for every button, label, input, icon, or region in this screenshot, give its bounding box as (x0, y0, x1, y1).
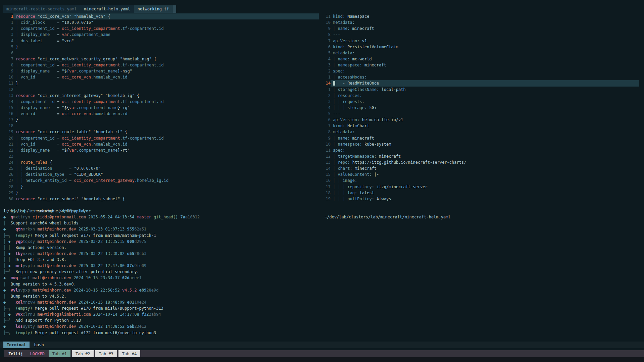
terminal-line: │ Bump version to v4.5.2. (3, 293, 641, 299)
code-line[interactable]: 9│ name: minecraft (321, 135, 639, 141)
code-line[interactable]: 11spec: (321, 147, 639, 153)
code-line[interactable]: 13resource "oci_core_internet_gateway" "… (3, 93, 319, 99)
code-line[interactable]: 14 │ - ReadWriteOnce (321, 80, 639, 86)
code-line[interactable]: 26│ │ destination_type = "CIDR_BLOCK" (3, 171, 319, 177)
code-line[interactable]: 12 (3, 87, 319, 93)
terminal-line: │ Bump version to 4.5.3.dev0. (3, 281, 641, 287)
code-line[interactable]: 2│ resources: (321, 93, 639, 99)
code-line[interactable]: 28│ } (3, 184, 319, 190)
code-line[interactable]: 8│ compartment_id = oci_identity_compart… (3, 62, 319, 68)
code-line[interactable]: 25│ │ destination = "0.0.0.0/0" (3, 165, 319, 171)
code-line[interactable]: 19│ │ │ pullPolicy: Always (321, 196, 639, 202)
zellij-tab-1[interactable]: Tab #1 (49, 350, 70, 357)
code-line[interactable]: 30resource "oci_core_subnet" "homelab_su… (3, 196, 319, 202)
code-text: metadata: (331, 19, 639, 25)
code-line[interactable]: 5} (3, 44, 319, 50)
code-line[interactable]: 9│ display_name = "${var.compartment_nam… (3, 68, 319, 74)
zellij-tab-4[interactable]: Tab #4 (118, 350, 140, 357)
code-line[interactable]: 29} (3, 190, 319, 196)
code-line[interactable]: 4│ name: mc-world (321, 56, 639, 62)
code-line[interactable]: 3│ display_name = var.compartment_name (3, 32, 319, 38)
code-line[interactable]: 1│ storageClassName: local-path (321, 87, 639, 93)
code-text: spec: (331, 68, 639, 74)
code-text: │ vcn_id = oci_core_vcn.homelab_vcn.id (13, 111, 319, 117)
code-line[interactable]: 24│ route_rules { (3, 159, 319, 165)
code-line[interactable]: 16│ │ image: (321, 177, 639, 184)
code-line[interactable]: 27│ │ network_entity_id = oci_core_inter… (3, 177, 319, 184)
code-line[interactable]: 6kind: PersistentVolumeClaim (321, 44, 639, 50)
buffer-tab-minecraft-helm[interactable]: minecraft-helm.yaml (81, 5, 134, 13)
code-line[interactable]: 7apiVersion: v1 (321, 38, 639, 44)
terminal-tab-chip[interactable]: Terminal (3, 342, 30, 348)
code-line[interactable]: 3│ │ requests: (321, 99, 639, 105)
terminal-line: ├─╯ Begin new primary device after poten… (3, 269, 641, 275)
code-line[interactable]: 5metadata: (321, 50, 639, 56)
zellij-status-bar: Zellij LOCKED Tab #1 Tab #2 Tab #3 Tab #… (4, 350, 644, 357)
line-number: 14 (321, 165, 331, 171)
editor-pane-minecraft-helm-yaml[interactable]: 11kind: Namespace10metadata:9│ name: min… (321, 13, 639, 202)
terminal-text: ├─╯ Begin new primary device after poten… (3, 269, 641, 275)
code-line[interactable]: 14│ compartment_id = oci_identity_compar… (3, 99, 319, 105)
code-line[interactable]: 17} (3, 117, 319, 123)
terminal-prompt-row[interactable]: log file: (3, 335, 35, 342)
code-text (13, 50, 319, 56)
code-text: metadata: (331, 50, 639, 56)
code-line[interactable]: 11} (3, 80, 319, 86)
code-line[interactable]: 9│ name: minecraft (321, 25, 639, 32)
line-number: 17 (321, 184, 331, 190)
code-line[interactable]: 2spec: (321, 68, 639, 74)
code-line[interactable]: 10│ namespace: kube-system (321, 141, 639, 147)
code-line[interactable]: 10metadata: (321, 19, 639, 25)
zellij-tab-2[interactable]: Tab #2 (72, 350, 94, 357)
shell-label[interactable]: bash (34, 343, 44, 347)
terminal-line: │ ◆ yqptqxsy matt@einhorn.dev 2025-03-22… (3, 239, 641, 245)
code-line[interactable]: 14│ chart: minecraft (321, 165, 639, 171)
line-number: 11 (3, 80, 13, 86)
editor-pane-networking-tf[interactable]: 1resource "oci_core_vcn" "homelab_vcn" {… (3, 13, 319, 202)
code-line[interactable]: 4│ │ │ storage: 5Gi (321, 105, 639, 111)
code-line[interactable]: 6apiVersion: helm.cattle.io/v1 (321, 117, 639, 123)
code-line[interactable]: 1│ accessModes: (321, 74, 639, 80)
code-line[interactable]: 7kind: HelmChart (321, 123, 639, 129)
buffer-tab-networking[interactable]: networking.tf (134, 5, 173, 13)
code-line[interactable]: 2│ compartment_id = oci_identity_compart… (3, 25, 319, 32)
code-line[interactable]: 18│ │ │ tag: latest (321, 190, 639, 196)
code-line[interactable]: 6 (3, 50, 319, 56)
terminal-line: │ │ Drop EOL 3.7 and 3.8. (3, 257, 641, 263)
code-line[interactable]: 5--- (321, 111, 639, 117)
code-line[interactable]: 18 (3, 123, 319, 129)
code-line[interactable]: 3│ namespace: minecraft (321, 62, 639, 68)
code-line[interactable]: 10│ vcn_id = oci_core_vcn.homelab_vcn.id (3, 74, 319, 80)
code-line[interactable]: 22│ display_name = "${var.compartment_na… (3, 147, 319, 153)
code-line[interactable]: 8metadata: (321, 129, 639, 135)
code-line[interactable]: 16│ vcn_id = oci_core_vcn.homelab_vcn.id (3, 111, 319, 117)
code-line[interactable]: 4│ dns_label = "vcn" (3, 38, 319, 44)
code-line[interactable]: 7resource "oci_core_network_security_gro… (3, 56, 319, 62)
code-line[interactable]: 13│ repo: https://itzg.github.io/minecra… (321, 159, 639, 165)
terminal-line: ◆ losuysty matt@einhorn.dev 2024-10-12 1… (3, 323, 641, 329)
code-line[interactable]: 20│ compartment_id = oci_identity_compar… (3, 135, 319, 141)
code-text: } (13, 80, 319, 86)
terminal-text: ├─╮ (empty) Merge pull request #177 from… (3, 232, 641, 239)
terminal-pane[interactable]: 1: jj log -r ::master ~/d/ffpyplayer◆ qm… (3, 208, 641, 336)
code-line[interactable]: 8--- (321, 32, 639, 38)
code-text: │ │ destination = "0.0.0.0/0" (13, 165, 319, 171)
code-text: │ accessModes: (331, 74, 639, 80)
code-text: --- (331, 111, 639, 117)
code-text: │ │ │ pullPolicy: Always (331, 196, 639, 202)
terminal-text: ◆ xolmnzvw matt@einhorn.dev 2024-10-15 1… (3, 299, 641, 305)
code-line[interactable]: 12│ targetNamespace: minecraft (321, 153, 639, 159)
code-line[interactable]: 19resource "oci_core_route_table" "homel… (3, 129, 319, 135)
code-line[interactable]: 21│ vcn_id = oci_core_vcn.homelab_vcn.id (3, 141, 319, 147)
code-line[interactable]: 23 (3, 153, 319, 159)
code-line[interactable]: 15│ valuesContent: |- (321, 171, 639, 177)
buffer-tab-minecraft-restic-secrets[interactable]: minecraft-restic-secrets.yaml (3, 5, 81, 13)
zellij-tab-3[interactable]: Tab #3 (95, 350, 117, 357)
code-line[interactable]: 15│ display_name = "${var.compartment_na… (3, 105, 319, 111)
terminal-line: │ ◆ vvxxlrnu me@mirkogalimberti.com 2024… (3, 311, 641, 317)
terminal-line: ◆ mwqtswol matt@einhorn.dev 2024-10-15 2… (3, 275, 641, 281)
code-line[interactable]: 11kind: Namespace (321, 13, 639, 19)
code-line[interactable]: 1resource "oci_core_vcn" "homelab_vcn" { (3, 13, 319, 19)
code-line[interactable]: 1│ cidr_block = "10.0.0.0/16" (3, 19, 319, 25)
code-line[interactable]: 17│ │ │ repository: itzg/minecraft-serve… (321, 184, 639, 190)
